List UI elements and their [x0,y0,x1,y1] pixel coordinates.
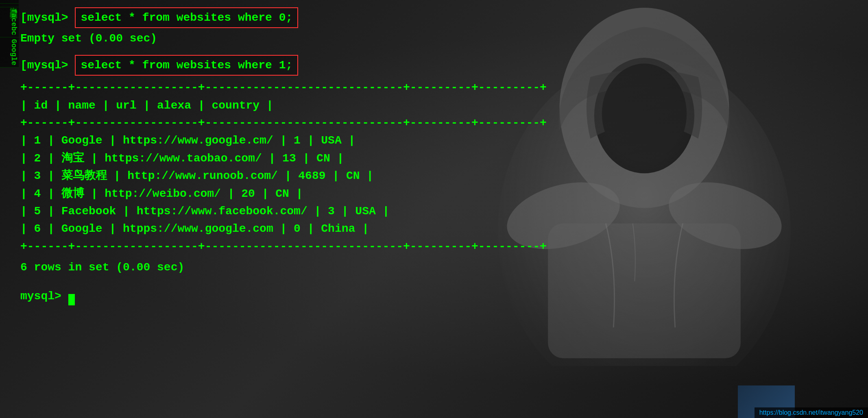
table-header: | id | name | url | alexa | country | [20,97,856,114]
empty-set-result: Empty set (0.00 sec) [20,32,157,45]
table-row-4: | 4 | 微博 | http://weibo.com/ | 20 | CN | [20,185,856,202]
result1-line: Empty set (0.00 sec) [20,30,856,47]
terminal: [mysql> select * from websites where 0; … [0,0,868,418]
query2-line: [mysql> select * from websites where 1; [20,55,856,76]
tab-facebook[interactable]: facebc [0,7,19,37]
prompt2: [mysql> [20,59,68,72]
result2-line: 6 rows in set (0.00 sec) [20,259,856,276]
table-sep-top: +------+------------------+-------------… [20,79,856,96]
sidebar-tabs: 淘宝 菜鸟教程 facebc Google [0,0,19,418]
query1-line: [mysql> select * from websites where 0; [20,7,856,28]
query1-box: select * from websites where 0; [75,7,298,28]
table-row-3: | 3 | 菜鸟教程 | http://www.runoob.com/ | 46… [20,167,856,185]
footer-url[interactable]: https://blog.csdn.net/itwangyang520 [759,409,863,416]
table-row-5: | 5 | Facebook | https://www.facebook.co… [20,202,856,220]
cursor [68,294,75,305]
final-prompt: mysql> [20,290,61,303]
tab-runoob[interactable]: 菜鸟教程 [0,4,19,7]
table-sep-bot: +------+------------------+-------------… [20,238,856,255]
row-count-result: 6 rows in set (0.00 sec) [20,261,184,274]
footer-bar: https://blog.csdn.net/itwangyang520 [755,407,868,418]
query2-box: select * from websites where 1; [75,55,298,76]
tab-google[interactable]: Google [0,37,19,67]
table-row-6: | 6 | Google | htpps://www.google.com | … [20,220,856,237]
table-row-1: | 1 | Google | https://www.google.cm/ | … [20,132,856,149]
prompt1: [mysql> [20,11,68,24]
table-sep-mid: +------+------------------+-------------… [20,114,856,132]
tab-taobao[interactable]: 淘宝 [0,0,19,4]
table-container: +------+------------------+-------------… [20,79,856,255]
table-row-2: | 2 | 淘宝 | https://www.taobao.com/ | 13 … [20,150,856,167]
final-prompt-line: mysql> [20,287,856,305]
